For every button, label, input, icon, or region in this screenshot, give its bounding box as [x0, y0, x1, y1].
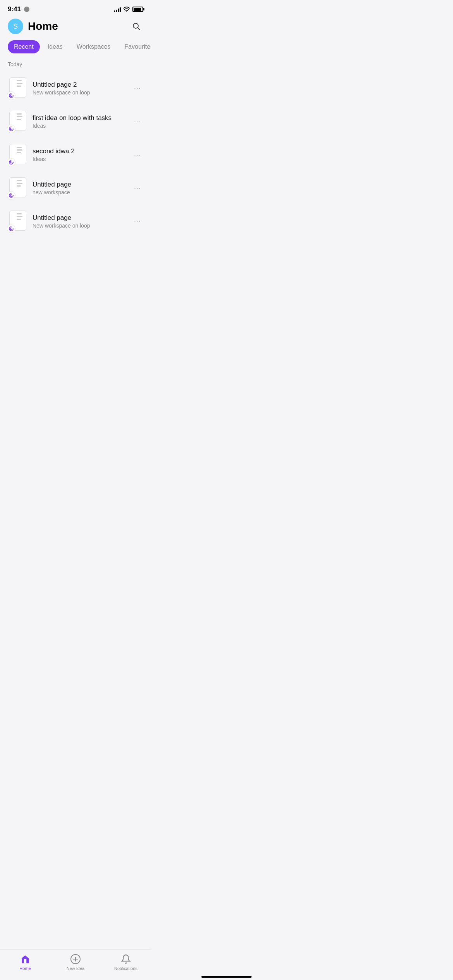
tab-ideas[interactable]: Ideas [41, 40, 69, 53]
page-icon [8, 211, 27, 232]
item-title: Untitled page [33, 214, 126, 222]
search-icon [132, 22, 141, 31]
loop-badge-icon [7, 91, 15, 100]
status-bar: 9:41 [0, 0, 151, 15]
tab-workspaces[interactable]: Workspaces [70, 40, 117, 53]
list-item[interactable]: Untitled page 2 New workspace on loop ··… [3, 72, 148, 105]
item-info: second idwa 2 Ideas [33, 147, 126, 162]
loop-badge-icon [7, 191, 15, 200]
page-icon [8, 144, 27, 166]
header: S Home [0, 15, 151, 40]
status-time: 9:41 [8, 5, 21, 13]
search-button[interactable] [129, 19, 143, 33]
page-icon [8, 77, 27, 99]
loop-badge-icon [7, 125, 15, 133]
more-options-button[interactable]: ··· [132, 116, 143, 127]
item-title: second idwa 2 [33, 147, 126, 155]
list-item[interactable]: first idea on loop with tasks Ideas ··· [3, 105, 148, 138]
more-options-button[interactable]: ··· [132, 182, 143, 194]
status-dot [24, 7, 29, 12]
tabs-container: Recent Ideas Workspaces Favourites [0, 40, 151, 53]
loop-badge-icon [7, 158, 15, 166]
item-info: Untitled page 2 New workspace on loop [33, 81, 126, 96]
item-info: Untitled page New workspace on loop [33, 214, 126, 229]
page-icon [8, 177, 27, 199]
item-info: Untitled page new workspace [33, 181, 126, 195]
page-icon [8, 111, 27, 132]
item-info: first idea on loop with tasks Ideas [33, 114, 126, 129]
battery-icon [132, 7, 143, 12]
item-subtitle: New workspace on loop [33, 89, 126, 96]
wifi-icon [123, 7, 130, 12]
loop-badge-icon [7, 224, 15, 233]
header-left: S Home [8, 19, 58, 34]
list-item[interactable]: Untitled page new workspace ··· [3, 172, 148, 204]
tab-recent[interactable]: Recent [8, 40, 40, 53]
recent-list: Untitled page 2 New workspace on loop ··… [0, 72, 151, 238]
status-icons [114, 7, 143, 12]
item-subtitle: Ideas [33, 156, 126, 162]
item-title: first idea on loop with tasks [33, 114, 126, 122]
list-item[interactable]: Untitled page New workspace on loop ··· [3, 205, 148, 238]
more-options-button[interactable]: ··· [132, 216, 143, 227]
item-subtitle: new workspace [33, 189, 126, 195]
avatar[interactable]: S [8, 19, 23, 34]
item-title: Untitled page 2 [33, 81, 126, 89]
page-title: Home [28, 20, 58, 33]
signal-bars-icon [114, 7, 121, 12]
item-subtitle: New workspace on loop [33, 223, 126, 229]
svg-line-2 [138, 28, 140, 30]
more-options-button[interactable]: ··· [132, 149, 143, 161]
svg-point-0 [126, 11, 127, 12]
list-item[interactable]: second idwa 2 Ideas ··· [3, 139, 148, 171]
section-label: Today [0, 61, 151, 72]
item-title: Untitled page [33, 181, 126, 188]
item-subtitle: Ideas [33, 123, 126, 129]
tab-favourites[interactable]: Favourites [118, 40, 151, 53]
more-options-button[interactable]: ··· [132, 82, 143, 94]
